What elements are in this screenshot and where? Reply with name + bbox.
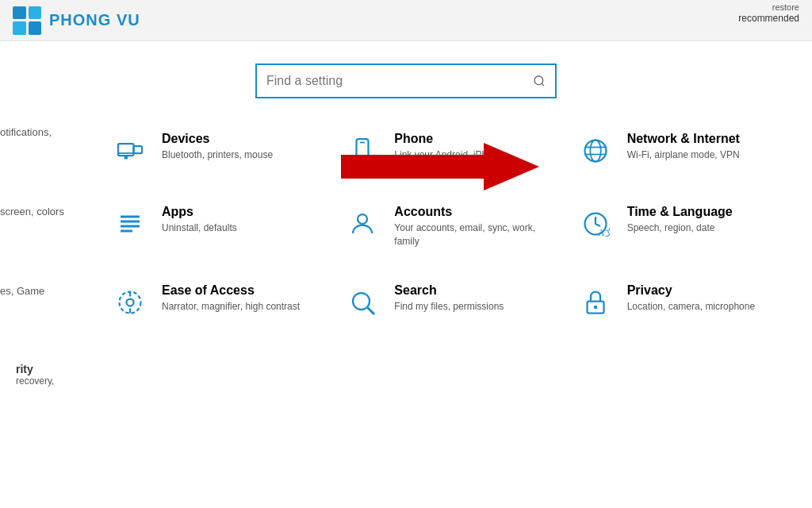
logo-container: PHONG VU	[13, 6, 140, 35]
partial-left-1: otifications,	[0, 126, 52, 138]
restore-text: restore	[772, 2, 799, 13]
settings-item-privacy[interactable]: Privacy Location, camera, microphone	[561, 266, 793, 339]
privacy-icon	[576, 283, 615, 321]
svg-point-10	[590, 140, 601, 162]
svg-point-24	[353, 293, 370, 310]
svg-line-25	[368, 307, 374, 314]
svg-rect-4	[124, 156, 128, 160]
network-text: Network & Internet Wi-Fi, airplane mode,…	[627, 132, 740, 162]
red-arrow	[341, 139, 539, 194]
svg-marker-28	[341, 143, 539, 190]
search-box[interactable]	[255, 64, 557, 98]
settings-item-search[interactable]: Search Find my files, permissions	[327, 266, 560, 339]
devices-icon	[111, 132, 149, 170]
svg-rect-3	[134, 146, 143, 153]
settings-item-devices[interactable]: Devices Bluetooth, printers, mouse	[95, 114, 327, 187]
svg-point-21	[127, 298, 134, 306]
search-container	[0, 41, 812, 114]
search-settings-icon	[343, 283, 381, 321]
time-icon: A文	[576, 205, 615, 243]
settings-item-accounts[interactable]: Accounts Your accounts, email, sync, wor…	[327, 187, 560, 266]
ease-icon	[111, 283, 149, 321]
time-text: Time & Language Speech, region, date	[627, 205, 733, 235]
header: PHONG VU restore recommended	[0, 0, 812, 41]
logo-text: PHONG VU	[49, 11, 140, 29]
network-icon	[576, 132, 615, 170]
header-right-text: restore recommended	[738, 0, 799, 25]
settings-item-ease[interactable]: Ease of Access Narrator, magnifier, high…	[95, 266, 327, 339]
ease-text: Ease of Access Narrator, magnifier, high…	[162, 283, 300, 314]
accounts-text: Accounts Your accounts, email, sync, wor…	[394, 205, 544, 248]
accounts-icon	[343, 205, 381, 243]
svg-point-9	[584, 140, 606, 162]
logo-icon	[13, 6, 41, 35]
partial-left-2: screen, colors	[0, 206, 64, 217]
svg-point-27	[593, 305, 597, 309]
apps-icon	[111, 205, 149, 243]
svg-point-17	[358, 214, 367, 224]
recommended-text: recommended	[738, 13, 799, 25]
partial-left-3: es, Game	[0, 285, 44, 297]
partial-bottom-1: rity recovery,	[16, 363, 54, 387]
settings-item-time[interactable]: A文 Time & Language Speech, region, date	[561, 187, 793, 266]
settings-item-apps[interactable]: Apps Uninstall, defaults	[95, 187, 327, 266]
settings-item-network[interactable]: Network & Internet Wi-Fi, airplane mode,…	[561, 114, 793, 187]
svg-point-0	[534, 76, 543, 85]
devices-text: Devices Bluetooth, printers, mouse	[162, 132, 273, 162]
apps-text: Apps Uninstall, defaults	[162, 205, 237, 235]
svg-text:A文: A文	[598, 227, 610, 238]
search-button[interactable]	[533, 75, 546, 87]
search-input[interactable]	[266, 74, 533, 88]
search-settings-text: Search Find my files, permissions	[394, 283, 504, 314]
privacy-text: Privacy Location, camera, microphone	[627, 283, 755, 314]
svg-line-1	[542, 83, 544, 86]
